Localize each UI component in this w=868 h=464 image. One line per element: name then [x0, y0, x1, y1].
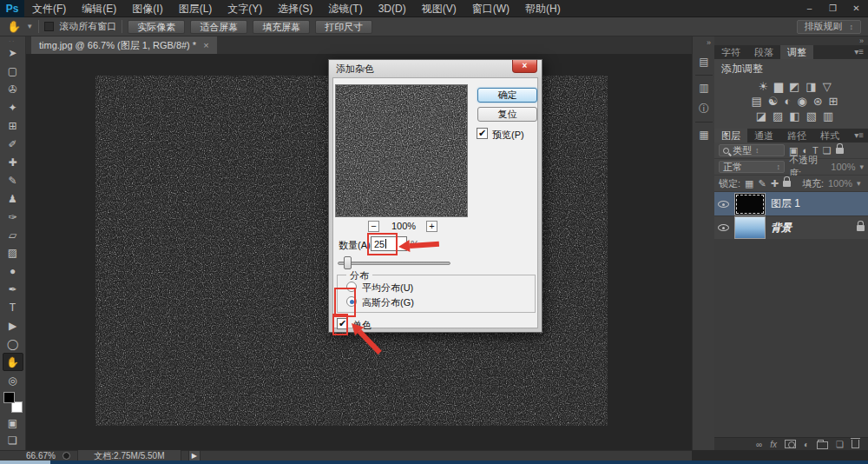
healing-brush-tool[interactable]: ✚ — [3, 153, 23, 171]
info-panel-icon[interactable]: ⓘ — [696, 101, 712, 116]
visibility-eye-icon[interactable] — [718, 201, 729, 208]
zoom-out-button[interactable]: − — [368, 221, 379, 232]
opacity-value[interactable]: 100% — [831, 162, 855, 172]
lock-transparent-icon[interactable]: ▦ — [745, 178, 753, 189]
color-lookup-icon[interactable]: ⊞ — [829, 95, 838, 108]
ok-button[interactable]: 确定 — [477, 88, 537, 103]
noise-preview[interactable] — [335, 84, 468, 217]
filter-type-select[interactable]: 类型 ↕ — [719, 144, 785, 156]
eyedropper-tool[interactable]: ✐ — [3, 136, 23, 154]
layer1-thumbnail[interactable] — [734, 193, 766, 215]
tab-adjustments[interactable]: 调整 — [780, 45, 813, 59]
menu-type[interactable]: 文字(Y) — [220, 0, 270, 17]
collapse-dock-icon[interactable]: » — [859, 36, 864, 45]
actual-pixels-button[interactable]: 实际像素 — [128, 20, 185, 34]
background-name[interactable]: 背景 — [771, 221, 792, 235]
shape-tool[interactable]: ◯ — [3, 335, 23, 354]
zoom-level[interactable]: 66.67% — [26, 451, 56, 461]
layer-row-background[interactable]: 背景 — [714, 215, 868, 239]
scroll-all-windows-checkbox[interactable] — [44, 22, 54, 31]
blend-mode-select[interactable]: 正常 ↕ — [719, 161, 785, 173]
chevron-down-icon[interactable]: ▾ — [859, 162, 864, 171]
layer-style-fx-icon[interactable]: fx — [770, 440, 777, 449]
restore-icon[interactable]: ❐ — [821, 0, 845, 17]
panel-menu-icon[interactable]: ▾≡ — [854, 47, 864, 56]
menu-3d[interactable]: 3D(D) — [371, 0, 414, 17]
blur-tool[interactable]: ● — [3, 262, 23, 281]
delete-layer-icon[interactable] — [852, 440, 859, 448]
menu-select[interactable]: 选择(S) — [270, 0, 320, 17]
crop-tool[interactable]: ⊞ — [3, 117, 23, 136]
gaussian-radio-label[interactable]: 高斯分布(G) — [362, 296, 414, 309]
tab-character[interactable]: 字符 — [714, 45, 747, 59]
magic-wand-tool[interactable]: ✦ — [3, 99, 23, 117]
fill-screen-button[interactable]: 填充屏幕 — [253, 20, 310, 34]
zoom-in-button[interactable]: + — [426, 221, 437, 232]
fit-screen-button[interactable]: 适合屏幕 — [190, 20, 247, 34]
zoom-tool[interactable]: ◎ — [3, 371, 23, 389]
close-icon[interactable]: ✕ — [845, 0, 868, 17]
lock-all-icon[interactable] — [783, 181, 791, 187]
exposure-icon[interactable]: ◨ — [806, 80, 816, 93]
tab-paths[interactable]: 路径 — [780, 129, 813, 143]
properties-panel-icon[interactable]: ▥ — [696, 80, 712, 96]
uniform-radio-label[interactable]: 平均分布(U) — [362, 282, 413, 295]
preview-checkbox[interactable]: ✔ — [477, 128, 488, 139]
marquee-tool[interactable]: ▢ — [3, 63, 23, 81]
menu-view[interactable]: 视图(V) — [414, 0, 464, 17]
link-layers-icon[interactable]: ∞ — [756, 440, 762, 449]
threshold-icon[interactable]: ◧ — [789, 109, 799, 123]
tab-layers[interactable]: 图层 — [714, 129, 747, 143]
photo-filter-icon[interactable]: ◉ — [797, 95, 806, 108]
move-tool[interactable]: ➤ — [3, 44, 23, 63]
tab-channels[interactable]: 通道 — [747, 129, 780, 143]
swatches-panel-icon[interactable]: ▦ — [696, 127, 712, 143]
history-brush-tool[interactable]: ✑ — [3, 208, 23, 226]
filter-smart-objects-icon[interactable] — [836, 148, 844, 154]
hand-tool[interactable]: ✋ — [3, 353, 23, 371]
workspace-switcher[interactable]: 排版规则 ↕ — [797, 20, 862, 34]
add-layer-mask-icon[interactable] — [785, 440, 796, 448]
history-panel-icon[interactable]: ▤ — [696, 54, 712, 70]
expand-panels-icon[interactable]: » — [707, 38, 711, 47]
panel-menu-icon[interactable]: ▾≡ — [854, 130, 864, 140]
print-size-button[interactable]: 打印尺寸 — [315, 20, 372, 34]
document-tab[interactable]: timg.jpg @ 66.7% (图层 1, RGB/8#) * × — [31, 36, 217, 54]
lock-pixels-icon[interactable]: ✎ — [758, 178, 766, 189]
tab-paragraph[interactable]: 段落 — [747, 45, 780, 59]
new-layer-icon[interactable]: ❏ — [836, 440, 844, 449]
black-white-icon[interactable]: ◐ — [784, 95, 791, 108]
layer1-name[interactable]: 图层 1 — [771, 196, 800, 211]
foreground-color-swatch[interactable] — [3, 392, 15, 403]
lock-position-icon[interactable]: ✚ — [771, 178, 779, 189]
eraser-tool[interactable]: ▱ — [3, 226, 23, 244]
invert-icon[interactable]: ◪ — [756, 109, 766, 123]
posterize-icon[interactable]: ▨ — [773, 109, 783, 123]
lasso-tool[interactable]: ✇ — [3, 81, 23, 99]
path-select-tool[interactable]: ▶ — [3, 317, 23, 335]
new-group-icon[interactable] — [817, 441, 828, 449]
levels-icon[interactable]: ▆ — [774, 80, 783, 93]
menu-layer[interactable]: 图层(L) — [171, 0, 220, 17]
hue-saturation-icon[interactable]: ▤ — [752, 95, 762, 108]
curves-icon[interactable]: ◩ — [789, 80, 799, 93]
background-thumbnail[interactable] — [734, 216, 766, 239]
screen-mode-button[interactable]: ❏ — [3, 432, 23, 450]
visibility-eye-icon[interactable] — [718, 224, 729, 231]
color-balance-icon[interactable]: ☯ — [768, 95, 779, 108]
brightness-contrast-icon[interactable]: ☀ — [758, 80, 768, 93]
menu-window[interactable]: 窗口(W) — [464, 0, 517, 17]
brush-tool[interactable]: ✎ — [3, 171, 23, 189]
type-tool[interactable]: T — [3, 299, 23, 317]
tab-styles[interactable]: 样式 — [813, 129, 846, 143]
reset-button[interactable]: 复位 — [477, 107, 537, 122]
pen-tool[interactable]: ✒ — [3, 281, 23, 299]
panel-grip[interactable]: ∙∙ — [10, 36, 16, 44]
color-swatches[interactable] — [3, 391, 23, 414]
menu-edit[interactable]: 编辑(E) — [74, 0, 124, 17]
gradient-map-icon[interactable]: ▧ — [806, 109, 817, 123]
menu-file[interactable]: 文件(F) — [24, 0, 74, 17]
menu-filter[interactable]: 滤镜(T) — [320, 0, 370, 17]
quick-mask-button[interactable]: ▣ — [3, 414, 23, 432]
chevron-down-icon[interactable]: ▼ — [26, 23, 33, 30]
